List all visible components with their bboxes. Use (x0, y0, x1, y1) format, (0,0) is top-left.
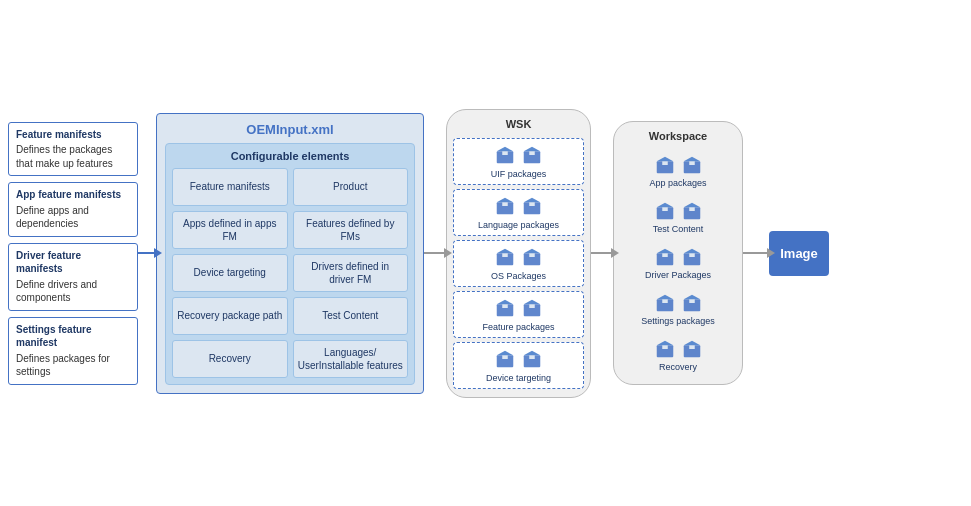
image-label: Image (780, 246, 818, 261)
language-label: Language packages (478, 220, 559, 230)
sidebar-item-title: App feature manifests (16, 188, 130, 202)
svg-rect-14 (502, 253, 508, 257)
wsk-section: WSK UIF packages (446, 109, 591, 398)
package-icon (654, 292, 676, 314)
svg-marker-22 (524, 299, 541, 304)
svg-rect-59 (689, 345, 695, 349)
configurable-box: Configurable elements Feature manifests … (165, 143, 415, 385)
wsk-uif-packages: UIF packages (453, 138, 584, 185)
settings-packages-label: Settings packages (641, 316, 715, 326)
svg-rect-29 (529, 355, 535, 359)
config-grid: Feature manifests Product Apps defined i… (172, 168, 408, 378)
package-icon (494, 348, 516, 370)
package-icon (654, 154, 676, 176)
oeminput-title: OEMInput.xml (165, 122, 415, 137)
workspace-driver-packages: Driver Packages (620, 242, 736, 284)
app-packages-label: App packages (649, 178, 706, 188)
svg-marker-16 (524, 248, 541, 253)
config-cell-test-content: Test Content (293, 297, 409, 335)
settings-pkg-icons (654, 292, 703, 314)
wsk-feature-packages: Feature packages (453, 291, 584, 338)
configurable-heading: Configurable elements (172, 150, 408, 162)
wsk-title: WSK (453, 118, 584, 130)
sidebar-item-settings-feature-manifest: Settings feature manifest Defines packag… (8, 317, 138, 385)
config-cell-features-fms: Features defined by FMs (293, 211, 409, 249)
svg-rect-56 (662, 345, 668, 349)
svg-rect-38 (662, 207, 668, 211)
config-cell-languages: Languages/ UserInstallable features (293, 340, 409, 378)
sidebar-item-title: Feature manifests (16, 128, 130, 142)
svg-marker-31 (656, 157, 673, 162)
diagram: Feature manifests Defines the packages t… (0, 0, 971, 506)
feature-label: Feature packages (482, 322, 554, 332)
svg-marker-55 (656, 341, 673, 346)
image-box: Image (769, 231, 829, 276)
driver-pkg-icons (654, 246, 703, 268)
package-icon (521, 246, 543, 268)
os-icons (494, 246, 543, 268)
svg-marker-10 (524, 197, 541, 202)
sidebar-item-driver-feature-manifests: Driver feature manifests Define drivers … (8, 243, 138, 311)
workspace-recovery: Recovery (620, 334, 736, 376)
test-content-icons (654, 200, 703, 222)
package-icon (681, 154, 703, 176)
app-pkg-icons (654, 154, 703, 176)
package-icon (494, 144, 516, 166)
svg-marker-4 (524, 146, 541, 151)
svg-rect-11 (529, 202, 535, 206)
uif-label: UIF packages (491, 169, 547, 179)
config-cell-recovery-path: Recovery package path (172, 297, 288, 335)
svg-marker-52 (683, 295, 700, 300)
svg-rect-50 (662, 299, 668, 303)
svg-marker-1 (497, 146, 514, 151)
workspace-title: Workspace (620, 130, 736, 142)
svg-rect-20 (502, 304, 508, 308)
workspace-to-image-arrow (743, 252, 769, 254)
svg-marker-58 (683, 341, 700, 346)
svg-rect-26 (502, 355, 508, 359)
svg-rect-8 (502, 202, 508, 206)
sidebar-item-title: Settings feature manifest (16, 323, 130, 350)
config-cell-device-targeting: Device targeting (172, 254, 288, 292)
config-cell-apps-fm: Apps defined in apps FM (172, 211, 288, 249)
driver-packages-label: Driver Packages (645, 270, 711, 280)
svg-rect-23 (529, 304, 535, 308)
svg-rect-41 (689, 207, 695, 211)
config-cell-drivers-fm: Drivers defined in driver FM (293, 254, 409, 292)
package-icon (494, 246, 516, 268)
svg-marker-49 (656, 295, 673, 300)
svg-marker-43 (656, 249, 673, 254)
svg-rect-44 (662, 253, 668, 257)
uif-icons (494, 144, 543, 166)
sidebar-item-desc: Defines the packages that make up featur… (16, 144, 113, 169)
package-icon (681, 246, 703, 268)
svg-rect-17 (529, 253, 535, 257)
device-targeting-icons (494, 348, 543, 370)
package-icon (654, 200, 676, 222)
package-icon (494, 195, 516, 217)
svg-rect-2 (502, 151, 508, 155)
svg-marker-19 (497, 299, 514, 304)
package-icon (654, 246, 676, 268)
workspace-settings-packages: Settings packages (620, 288, 736, 330)
package-icon (654, 338, 676, 360)
os-label: OS Packages (491, 271, 546, 281)
sidebar-item-desc: Define drivers and components (16, 279, 97, 304)
sidebar-item-desc: Defines packages for settings (16, 353, 110, 378)
sidebar-item-app-feature-manifests: App feature manifests Define apps and de… (8, 182, 138, 237)
svg-marker-13 (497, 248, 514, 253)
svg-rect-32 (662, 161, 668, 165)
test-content-label: Test Content (653, 224, 704, 234)
sidebar-item-feature-manifests: Feature manifests Defines the packages t… (8, 122, 138, 177)
svg-rect-47 (689, 253, 695, 257)
device-targeting-label: Device targeting (486, 373, 551, 383)
svg-marker-46 (683, 249, 700, 254)
package-icon (521, 348, 543, 370)
config-cell-feature-manifests: Feature manifests (172, 168, 288, 206)
package-icon (494, 297, 516, 319)
svg-marker-37 (656, 203, 673, 208)
package-icon (521, 297, 543, 319)
config-cell-product: Product (293, 168, 409, 206)
workspace-test-content: Test Content (620, 196, 736, 238)
wsk-device-targeting: Device targeting (453, 342, 584, 389)
